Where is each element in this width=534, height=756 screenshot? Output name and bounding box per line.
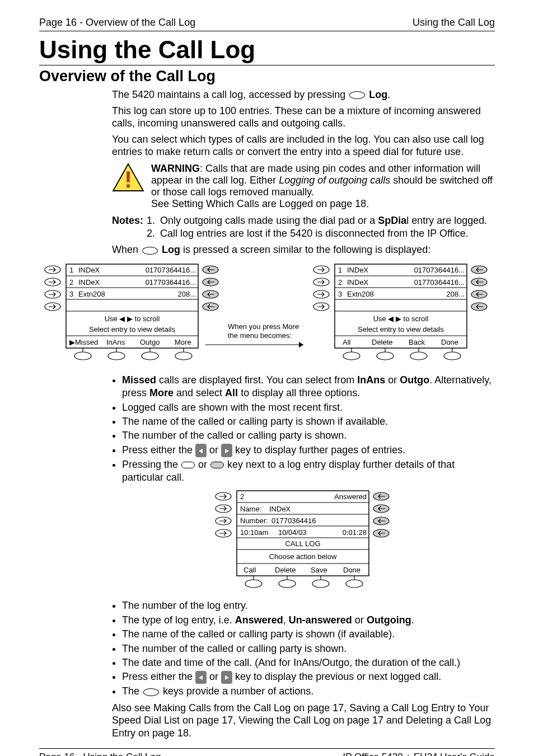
svg-text:When you press More: When you press More <box>228 322 299 331</box>
left-oval-key-icon <box>210 462 224 468</box>
svg-marker-81 <box>199 449 203 453</box>
list-item: Press either the or key to display the p… <box>122 670 495 684</box>
text: or <box>207 671 221 682</box>
svg-text:the menu becomes:: the menu becomes: <box>228 331 292 340</box>
left-arrow-key-icon <box>195 671 207 684</box>
right-arrow-key-icon <box>221 671 232 684</box>
svg-text:1: 1 <box>338 266 342 274</box>
text-bold: Answered <box>235 614 283 626</box>
text-bold: InAns <box>357 374 385 386</box>
svg-text:INDeX: INDeX <box>347 278 369 287</box>
text: or <box>352 614 367 626</box>
svg-text:3: 3 <box>338 290 342 298</box>
text: Press either the <box>122 444 195 456</box>
list-item: The date and time of the call. (And for … <box>122 656 495 669</box>
list-item: Pressing the or key next to a log entry … <box>122 458 495 485</box>
paragraph: Also see Making Calls from the Call Log … <box>112 702 495 740</box>
svg-text:2: 2 <box>240 492 244 501</box>
text: The <box>122 685 142 697</box>
text-bold: Log <box>159 244 180 255</box>
svg-text:Answered: Answered <box>334 492 367 501</box>
svg-point-73 <box>343 352 360 360</box>
text: to display all three options. <box>238 387 360 398</box>
svg-text:01770364416...: 01770364416... <box>146 278 196 287</box>
text-bold: More <box>149 387 174 398</box>
text: When <box>112 244 141 255</box>
softkey-icon <box>143 688 159 696</box>
text-bold: Missed <box>122 374 156 386</box>
text-bold: Log <box>366 89 387 100</box>
svg-text:1: 1 <box>69 266 73 274</box>
svg-text:2: 2 <box>338 278 342 287</box>
paragraph: You can select which types of calls are … <box>112 133 495 158</box>
svg-marker-82 <box>225 449 229 453</box>
log-key-icon <box>349 91 365 99</box>
warning-text: See Setting Which Calls are Logged on pa… <box>151 198 495 210</box>
text-bold: Un-answered <box>289 614 352 626</box>
list-item: Press either the or key to display furth… <box>122 444 495 457</box>
log-key-icon <box>142 247 158 255</box>
svg-rect-2 <box>127 184 130 187</box>
svg-text:▶Missed: ▶Missed <box>69 338 98 346</box>
text: Only outgoing calls made using the dial … <box>160 215 378 226</box>
svg-text:2: 2 <box>69 278 73 287</box>
text-bold: WARNING <box>151 163 200 174</box>
svg-text:208...: 208... <box>177 290 196 298</box>
text: l entry are logged. <box>406 215 487 226</box>
svg-text:Extn208: Extn208 <box>78 290 105 298</box>
svg-text:INDeX: INDeX <box>269 505 291 513</box>
svg-point-32 <box>74 352 91 360</box>
bullet-list: The number of the log entry. The type of… <box>112 599 495 698</box>
text: or <box>385 374 400 386</box>
section-title: Overview of the Call Log <box>39 68 495 85</box>
list-item: The number of the called or calling part… <box>122 642 495 655</box>
list-item: The type of log entry, i.e. Answered, Un… <box>122 614 495 627</box>
note-item: Only outgoing calls made using the dial … <box>158 214 487 227</box>
bullet-list: Missed calls are displayed first. You ca… <box>112 374 495 485</box>
svg-text:INDeX: INDeX <box>347 266 369 274</box>
text: calls are displayed first. You can selec… <box>156 374 357 386</box>
notes-label: Notes: <box>112 214 143 241</box>
svg-text:Use ◀ ▶ to scroll: Use ◀ ▶ to scroll <box>373 314 429 323</box>
svg-point-75 <box>377 352 394 360</box>
text-bold: Outgo <box>400 374 429 386</box>
svg-text:Done: Done <box>343 566 360 574</box>
text: The type of log entry, i.e. <box>122 614 235 626</box>
svg-text:Extn208: Extn208 <box>347 290 374 298</box>
list-item: The name of the called or calling party … <box>122 415 495 428</box>
text: keys provide a number of actions. <box>160 685 313 697</box>
svg-text:Save: Save <box>311 566 327 574</box>
svg-text:Name:: Name: <box>240 505 261 513</box>
list-item: Missed calls are displayed first. You ca… <box>122 374 495 400</box>
call-log-detail-figure: 2 Answered Name: INDeX Number: 017703644… <box>112 489 495 595</box>
svg-marker-43 <box>299 342 303 348</box>
svg-marker-122 <box>225 675 229 680</box>
note-item: Call log entries are lost if the 5420 is… <box>158 227 487 240</box>
svg-text:01707364416...: 01707364416... <box>414 266 465 274</box>
text: key to display further pages of entries. <box>232 444 405 456</box>
text: and select <box>174 387 225 398</box>
svg-text:208...: 208... <box>446 290 465 298</box>
svg-text:3: 3 <box>69 290 73 298</box>
footer-left-1: Page 16 - Using the Call Log <box>39 751 161 756</box>
svg-rect-1 <box>127 171 130 182</box>
svg-text:10:10am: 10:10am <box>240 528 269 537</box>
text-bold: SpDia <box>378 215 406 226</box>
svg-text:10/04/03: 10/04/03 <box>278 528 307 537</box>
footer-right-1: IP Office 5420 + EU24 User's Guide <box>288 751 495 756</box>
paragraph: The 5420 maintains a call log, accessed … <box>112 88 495 101</box>
svg-text:All: All <box>343 338 351 346</box>
text: Pressing the <box>122 459 181 470</box>
list-item: The name of the called or calling party … <box>122 628 495 641</box>
text: or <box>207 444 221 456</box>
svg-text:Outgo: Outgo <box>140 338 160 346</box>
warning-text: WARNING: Calls that are made using pin c… <box>151 163 495 198</box>
page-title: Using the Call Log <box>39 36 495 65</box>
svg-text:INDeX: INDeX <box>78 278 100 287</box>
svg-text:CALL LOG: CALL LOG <box>285 539 320 548</box>
svg-text:Select entry to view details: Select entry to view details <box>358 325 444 334</box>
svg-text:Done: Done <box>441 338 458 346</box>
text: . <box>411 614 414 626</box>
svg-text:01770364416: 01770364416 <box>271 516 316 525</box>
text-bold: Outgoing <box>367 614 411 626</box>
